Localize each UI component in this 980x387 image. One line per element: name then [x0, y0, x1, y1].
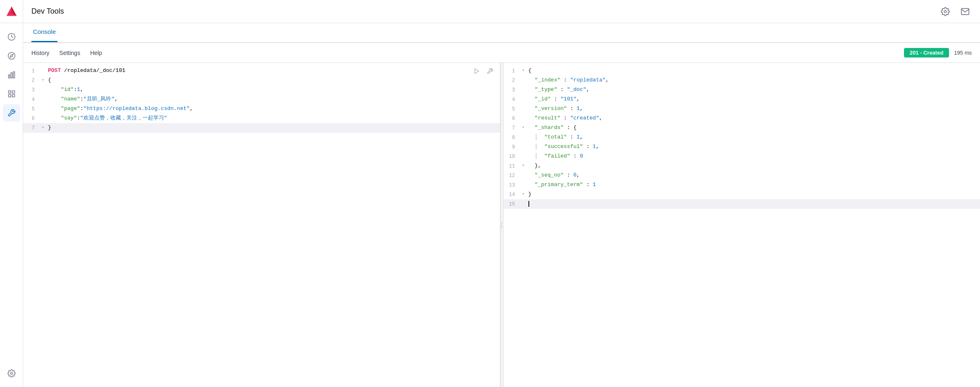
- response-line-9: 9 │ "successful" : 1,: [504, 142, 980, 152]
- app-title: Dev Tools: [31, 7, 64, 16]
- response-line-11: 11 ▾ },: [504, 161, 980, 171]
- response-line-10: 10 │ "failed" : 0: [504, 152, 980, 161]
- sidebar-item-devtools[interactable]: [3, 104, 20, 122]
- request-editor[interactable]: 1 POST /ropledata/_doc/101 2 ▾ { 3 "id":…: [23, 63, 500, 387]
- nav-settings[interactable]: Settings: [59, 47, 81, 59]
- request-actions: [472, 66, 495, 76]
- text-cursor: [528, 201, 529, 207]
- sidebar-item-dashboard[interactable]: [3, 85, 20, 103]
- response-line-4: 4 "_id" : "101",: [504, 95, 980, 104]
- topbar: Dev Tools: [23, 0, 980, 23]
- sidebar-item-history[interactable]: [3, 28, 20, 45]
- response-line-8: 8 │ "total" : 1,: [504, 133, 980, 142]
- request-panel: 1 POST /ropledata/_doc/101 2 ▾ { 3 "id":…: [23, 63, 500, 387]
- sidebar-item-settings[interactable]: [3, 365, 20, 382]
- svg-point-12: [10, 373, 12, 375]
- svg-rect-6: [11, 73, 12, 78]
- navbar-right: 201 - Created 195 ms: [904, 48, 972, 57]
- request-line-7: 7 ▾ }: [23, 123, 500, 133]
- request-line-5: 5 "page":"https://ropledata.blog.csdn.ne…: [23, 104, 500, 114]
- sidebar: [0, 0, 23, 387]
- tabbar: Console: [23, 23, 980, 43]
- svg-marker-4: [10, 54, 13, 57]
- app-logo: [0, 0, 23, 23]
- response-line-3: 3 "_type" : "_doc",: [504, 85, 980, 95]
- navbar: History Settings Help 201 - Created 195 …: [23, 43, 980, 63]
- svg-rect-11: [12, 95, 14, 97]
- status-badge: 201 - Created: [904, 48, 949, 57]
- svg-rect-10: [8, 95, 11, 97]
- settings-icon[interactable]: [939, 5, 952, 18]
- request-line-6: 6 "say":"欢迎点赞，收藏，关注，一起学习": [23, 114, 500, 123]
- sidebar-item-discover[interactable]: [3, 47, 20, 64]
- main-content: Dev Tools Console History Settings: [23, 0, 980, 387]
- nav-help[interactable]: Help: [90, 47, 102, 59]
- response-line-13: 13 "_primary_term" : 1: [504, 180, 980, 190]
- topbar-actions: [939, 5, 972, 18]
- response-time: 195 ms: [954, 50, 972, 56]
- editor-area: 1 POST /ropledata/_doc/101 2 ▾ { 3 "id":…: [23, 63, 980, 387]
- run-icon[interactable]: [472, 66, 482, 76]
- svg-marker-14: [475, 69, 478, 74]
- svg-rect-9: [12, 91, 14, 93]
- request-line-1: 1 POST /ropledata/_doc/101: [23, 66, 500, 76]
- mail-icon[interactable]: [959, 5, 972, 18]
- nav-history[interactable]: History: [31, 47, 50, 59]
- sidebar-nav: [0, 23, 23, 122]
- response-line-2: 2 "_index" : "ropledata",: [504, 76, 980, 85]
- sidebar-bottom: [3, 365, 20, 387]
- response-panel: 1 ▾ { 2 "_index" : "ropledata", 3 "_type…: [504, 63, 980, 387]
- tab-console[interactable]: Console: [31, 22, 57, 42]
- svg-point-3: [8, 53, 15, 60]
- response-line-1: 1 ▾ {: [504, 66, 980, 76]
- response-line-7: 7 ▾ "_shards" : {: [504, 123, 980, 133]
- svg-point-13: [944, 10, 947, 13]
- svg-rect-5: [8, 75, 10, 78]
- response-line-12: 12 "_seq_no" : 0,: [504, 171, 980, 180]
- response-editor: 1 ▾ { 2 "_index" : "ropledata", 3 "_type…: [504, 63, 980, 387]
- sidebar-item-visualize[interactable]: [3, 66, 20, 84]
- svg-rect-8: [8, 91, 11, 93]
- request-line-3: 3 "id":1,: [23, 85, 500, 95]
- request-line-2: 2 ▾ {: [23, 76, 500, 85]
- panel-divider[interactable]: ⋮: [500, 63, 504, 387]
- response-line-5: 5 "_version" : 1,: [504, 104, 980, 114]
- svg-rect-7: [13, 72, 14, 78]
- response-line-15: 15: [504, 199, 980, 209]
- wrench-icon[interactable]: [485, 66, 495, 76]
- response-line-6: 6 "result" : "created",: [504, 114, 980, 123]
- request-line-4: 4 "name":"且听_风吟",: [23, 95, 500, 104]
- response-line-14: 14 ▾ }: [504, 190, 980, 199]
